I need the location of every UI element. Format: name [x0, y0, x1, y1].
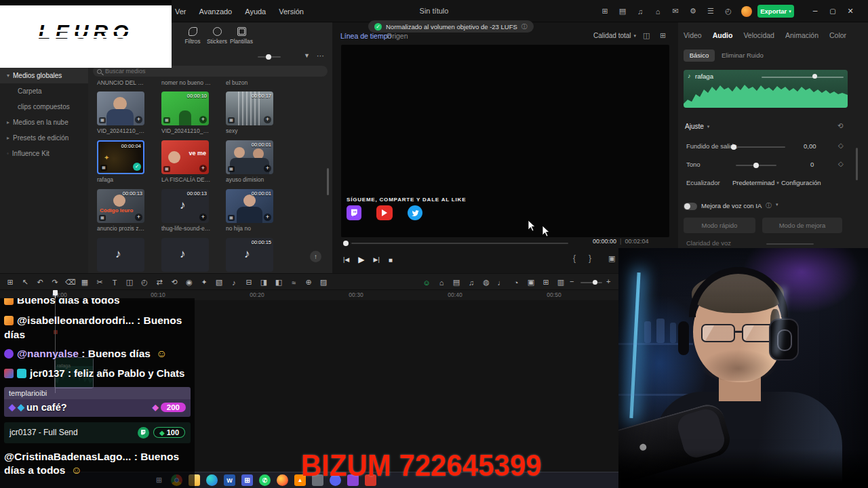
inspector-scrollbar[interactable] [856, 148, 858, 180]
panel-top-icon[interactable]: ◧ [274, 278, 283, 287]
volume-slider[interactable] [762, 77, 844, 78]
media-thumb-prozis[interactable]: Código leuro 00:00:13 ▦ + [97, 189, 144, 223]
media-thumb-vid105011[interactable]: ▦ + [97, 92, 144, 125]
text-tool-icon[interactable]: T [110, 279, 119, 287]
note-icon[interactable]: ♩ [496, 279, 506, 287]
overlay-icon[interactable]: ◫ [125, 278, 134, 287]
word-icon[interactable]: W [224, 474, 235, 486]
seek-knob[interactable] [343, 241, 349, 246]
media-thumb-thuglife[interactable]: ♪ 00:00:13 + [161, 189, 209, 223]
feedback-icon[interactable]: ✉ [671, 7, 680, 16]
zoom-in-button[interactable]: + [606, 277, 610, 285]
columns-icon[interactable]: ▥ [556, 278, 566, 287]
delete-icon[interactable]: ⌫ [65, 278, 75, 287]
add-to-timeline-icon[interactable]: + [264, 165, 271, 172]
media-thumb-ayuso[interactable]: 00:00:01 ▦ + [226, 140, 273, 174]
avatar[interactable] [741, 6, 752, 17]
keyframe-icon[interactable]: ◇ [838, 142, 844, 149]
edge-icon[interactable] [206, 474, 218, 486]
media-thumb-vid102956[interactable]: 00:00:10 ▦ + [161, 92, 209, 125]
media-thumb-audio[interactable]: ♪ 00:00:15 [226, 238, 273, 272]
redo-icon[interactable]: ↷ [50, 278, 60, 287]
split-icon[interactable]: ✂ [95, 278, 104, 287]
tab-stickers[interactable]: Stickers [205, 27, 229, 45]
grid-tool-icon[interactable]: ⊞ [541, 278, 551, 287]
undo-icon[interactable]: ↶ [35, 278, 45, 287]
home-icon[interactable]: ⌂ [653, 7, 663, 16]
scroll-to-top-button[interactable]: ↑ [310, 251, 321, 262]
media-thumb-audio[interactable]: ♪ [97, 238, 144, 272]
tone-value[interactable]: 0 [810, 161, 814, 168]
add-track-icon[interactable]: ⊕ [304, 278, 313, 287]
vinyl-icon[interactable]: ◍ [481, 278, 491, 287]
tab-animacion[interactable]: Animación [785, 31, 818, 39]
clarity-slider[interactable] [766, 243, 814, 245]
stop-button[interactable]: ■ [389, 256, 393, 264]
sidebar-item-clips-compuestos[interactable]: clips compuestos [0, 99, 88, 115]
menu-ayuda[interactable]: Ayuda [245, 7, 266, 16]
minimize-button[interactable]: – [808, 0, 822, 22]
search-input[interactable] [105, 68, 241, 75]
fade-out-value[interactable]: 0,00 [804, 142, 816, 150]
playhead-handle[interactable] [53, 290, 58, 296]
media-thumb-audio[interactable]: ♪ [161, 238, 209, 272]
keyframe-icon[interactable]: ◇ [838, 160, 844, 167]
fullscreen-button[interactable]: ▣ [608, 254, 615, 263]
pattern-icon[interactable]: ▨ [319, 278, 328, 287]
timeline-zoom-knob[interactable] [593, 280, 597, 285]
add-to-timeline-icon[interactable]: + [135, 116, 142, 123]
history-icon[interactable]: ◴ [140, 278, 149, 287]
tone-knob[interactable] [753, 163, 759, 168]
play-button[interactable]: ▶ [358, 255, 364, 264]
video-canvas[interactable]: SÍGUEME, COMPARTE Y DALE AL LIKE [341, 45, 669, 237]
close-button[interactable]: ✕ [844, 0, 857, 22]
timeline-zoom-slider[interactable] [580, 282, 602, 283]
seek-bar[interactable] [351, 243, 568, 244]
tab-linea-de-tiempo[interactable]: Línea de tiempo [340, 32, 391, 40]
zoom-out-button[interactable]: − [570, 277, 574, 285]
tab-velocidad[interactable]: Velocidad [743, 31, 774, 39]
rows-icon[interactable]: ▤ [452, 278, 461, 287]
add-to-timeline-icon[interactable]: + [199, 116, 207, 123]
mark-out-button[interactable]: } [589, 253, 591, 263]
info-icon[interactable]: ⓘ [521, 22, 528, 31]
music-icon[interactable]: ♫ [467, 279, 476, 287]
add-to-timeline-icon[interactable]: + [264, 116, 271, 123]
media-scrollbar[interactable] [327, 168, 329, 195]
section-ajuste[interactable]: Ajuste [685, 123, 704, 130]
fade-out-slider[interactable] [732, 146, 785, 148]
menu-avanzado[interactable]: Avanzado [199, 7, 233, 16]
collapse-icon[interactable]: ⊟ [244, 278, 254, 287]
filter-funnel-icon[interactable]: ▼ [304, 52, 310, 59]
record-icon[interactable]: ◉ [184, 278, 194, 287]
tab-filtros[interactable]: Filtros [181, 27, 204, 45]
audio-tool-icon[interactable]: ♪ [229, 279, 239, 287]
menu-version[interactable]: Versión [279, 7, 304, 16]
audio-waveform-card[interactable]: ♪ rafaga [684, 70, 848, 108]
clock-icon[interactable]: ◔ [511, 279, 521, 287]
wave-icon[interactable]: ≈ [289, 279, 298, 287]
reset-icon[interactable]: ⟲ [837, 122, 843, 129]
equalizer-preset-dropdown[interactable]: Predeterminad ▾ [732, 179, 779, 186]
settings-icon[interactable]: ⚙ [688, 7, 698, 16]
add-to-timeline-icon[interactable]: + [264, 214, 271, 221]
quality-dropdown[interactable]: Calidad total ▾ [593, 32, 636, 39]
mask-icon[interactable]: ▧ [214, 278, 224, 287]
media-thumb-sexy[interactable]: 00:00:17 ▦ + [226, 92, 273, 125]
fade-out-knob[interactable] [731, 144, 736, 150]
mode-fast-button[interactable]: Modo rápido [684, 218, 755, 233]
mark-in-button[interactable]: { [573, 253, 576, 263]
home-tool-icon[interactable]: ⌂ [437, 279, 446, 287]
emoji-icon[interactable]: ☺ [422, 279, 431, 287]
media-thumb-fiscalia[interactable]: ve me ▦ + [161, 140, 209, 174]
teams-icon[interactable]: ⊞ [241, 474, 253, 486]
subtab-eliminar-ruido[interactable]: Eliminar Ruido [722, 49, 764, 62]
info-icon[interactable]: ⓘ [766, 201, 772, 210]
sidebar-item-presets[interactable]: ▸ Presets de edición [0, 130, 88, 146]
ai-voice-toggle[interactable] [684, 203, 697, 210]
box-icon[interactable]: ▣ [526, 278, 536, 287]
add-to-timeline-icon[interactable]: + [199, 165, 207, 172]
panel-right-icon[interactable]: ◨ [259, 278, 269, 287]
effects-icon[interactable]: ✦ [199, 278, 209, 287]
menu-list-icon[interactable]: ☰ [706, 7, 715, 16]
